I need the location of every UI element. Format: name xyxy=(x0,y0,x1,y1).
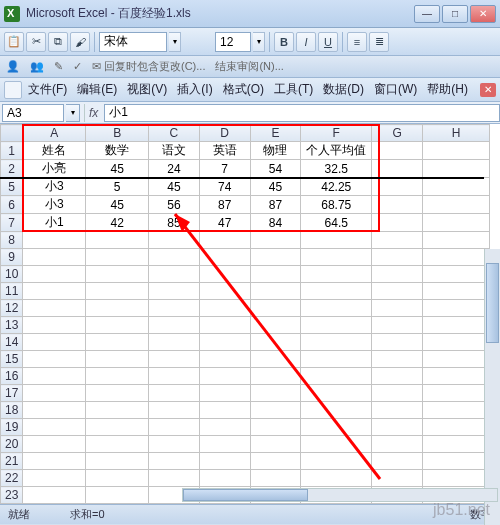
cell[interactable] xyxy=(250,368,301,385)
cell[interactable] xyxy=(86,232,149,249)
underline-button[interactable]: U xyxy=(318,32,338,52)
cell[interactable]: 45 xyxy=(86,196,149,214)
font-size-select[interactable]: 12 xyxy=(215,32,251,52)
cell[interactable] xyxy=(301,249,372,266)
cell[interactable] xyxy=(372,368,423,385)
row-header[interactable]: 19 xyxy=(1,419,23,436)
cell[interactable] xyxy=(301,436,372,453)
cell[interactable] xyxy=(422,453,489,470)
cell[interactable] xyxy=(149,300,200,317)
review-icon-4[interactable]: ✓ xyxy=(73,60,82,73)
row-header[interactable]: 16 xyxy=(1,368,23,385)
row-header[interactable]: 23 xyxy=(1,487,23,504)
cell[interactable] xyxy=(422,419,489,436)
cell[interactable] xyxy=(199,334,250,351)
row-header[interactable]: 20 xyxy=(1,436,23,453)
cell[interactable] xyxy=(199,368,250,385)
cell[interactable]: 小3 xyxy=(23,196,86,214)
cell[interactable] xyxy=(199,300,250,317)
cell[interactable] xyxy=(422,334,489,351)
cell[interactable] xyxy=(422,178,489,196)
cell[interactable]: 45 xyxy=(86,160,149,178)
cell[interactable] xyxy=(199,453,250,470)
cell[interactable] xyxy=(149,334,200,351)
cell[interactable] xyxy=(149,419,200,436)
cell[interactable] xyxy=(86,300,149,317)
row-header[interactable]: 21 xyxy=(1,453,23,470)
cell[interactable] xyxy=(86,453,149,470)
align-left-icon[interactable]: ≡ xyxy=(347,32,367,52)
cell[interactable] xyxy=(372,196,423,214)
review-icon-2[interactable]: 👥 xyxy=(30,60,44,73)
cell[interactable] xyxy=(86,283,149,300)
cell[interactable] xyxy=(250,266,301,283)
cell[interactable] xyxy=(422,232,489,249)
cell[interactable]: 87 xyxy=(199,196,250,214)
cell[interactable] xyxy=(250,249,301,266)
cell[interactable] xyxy=(422,249,489,266)
cell[interactable] xyxy=(422,214,489,232)
cell[interactable] xyxy=(372,142,423,160)
cell[interactable]: 45 xyxy=(250,178,301,196)
cell[interactable] xyxy=(23,232,86,249)
cell[interactable]: 42.25 xyxy=(301,178,372,196)
cell[interactable] xyxy=(86,487,149,504)
font-name-dropdown-icon[interactable]: ▾ xyxy=(169,32,181,52)
menu-insert[interactable]: 插入(I) xyxy=(173,79,216,100)
cell[interactable]: 32.5 xyxy=(301,160,372,178)
cell[interactable] xyxy=(23,402,86,419)
cell[interactable]: 5 xyxy=(86,178,149,196)
menu-help[interactable]: 帮助(H) xyxy=(423,79,472,100)
col-header[interactable]: F xyxy=(301,125,372,142)
align-center-icon[interactable]: ≣ xyxy=(369,32,389,52)
cell[interactable] xyxy=(372,334,423,351)
cell[interactable] xyxy=(372,351,423,368)
row-header[interactable]: 18 xyxy=(1,402,23,419)
row-header[interactable]: 12 xyxy=(1,300,23,317)
cell[interactable] xyxy=(250,317,301,334)
name-box-dropdown-icon[interactable]: ▾ xyxy=(66,104,80,122)
cell[interactable] xyxy=(422,317,489,334)
cell[interactable]: 68.75 xyxy=(301,196,372,214)
cell[interactable] xyxy=(250,453,301,470)
cell[interactable] xyxy=(86,385,149,402)
format-painter-icon[interactable]: 🖌 xyxy=(70,32,90,52)
cell[interactable] xyxy=(199,436,250,453)
cell[interactable]: 24 xyxy=(149,160,200,178)
cell[interactable] xyxy=(23,419,86,436)
cell[interactable] xyxy=(199,266,250,283)
cell[interactable] xyxy=(250,232,301,249)
cell[interactable] xyxy=(149,453,200,470)
cell[interactable] xyxy=(301,300,372,317)
cell[interactable] xyxy=(199,232,250,249)
cell[interactable] xyxy=(199,402,250,419)
cell[interactable] xyxy=(372,385,423,402)
cell[interactable] xyxy=(23,351,86,368)
row-header[interactable]: 9 xyxy=(1,249,23,266)
cell[interactable] xyxy=(149,266,200,283)
cell[interactable]: 小亮 xyxy=(23,160,86,178)
row-header[interactable]: 7 xyxy=(1,214,23,232)
cell[interactable]: 语文 xyxy=(149,142,200,160)
cell[interactable] xyxy=(86,317,149,334)
cell[interactable] xyxy=(422,283,489,300)
bold-button[interactable]: B xyxy=(274,32,294,52)
cell[interactable] xyxy=(372,470,423,487)
cell[interactable] xyxy=(199,419,250,436)
row-header[interactable]: 11 xyxy=(1,283,23,300)
cell[interactable]: 42 xyxy=(86,214,149,232)
cell[interactable] xyxy=(372,232,423,249)
cell[interactable] xyxy=(149,317,200,334)
cell[interactable] xyxy=(301,283,372,300)
cell[interactable]: 英语 xyxy=(199,142,250,160)
menu-tools[interactable]: 工具(T) xyxy=(270,79,317,100)
cell[interactable]: 56 xyxy=(149,196,200,214)
cell[interactable] xyxy=(23,368,86,385)
copy-icon[interactable]: ⧉ xyxy=(48,32,68,52)
cell[interactable] xyxy=(86,249,149,266)
menu-format[interactable]: 格式(O) xyxy=(219,79,268,100)
cell[interactable] xyxy=(23,385,86,402)
close-button[interactable]: ✕ xyxy=(470,5,496,23)
cell[interactable] xyxy=(250,402,301,419)
cell[interactable] xyxy=(199,351,250,368)
